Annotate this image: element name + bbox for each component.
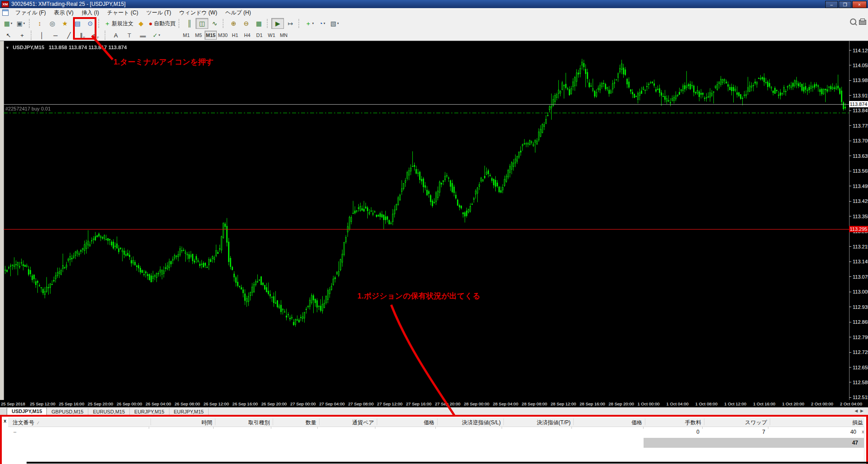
text-button[interactable]: A: [109, 31, 123, 40]
position-label: #22572417 buy 0.01: [5, 106, 50, 111]
price-tick-dash: [849, 186, 851, 186]
price-tick: 113.985: [849, 78, 868, 83]
tile-windows-button[interactable]: ▦: [252, 18, 265, 29]
menu-item[interactable]: ヘルプ (H): [221, 9, 255, 17]
auto-scroll-icon: ▶: [275, 20, 280, 27]
metaeditor-button[interactable]: ◆: [135, 18, 147, 29]
print-icon[interactable]: [859, 20, 866, 25]
close-button[interactable]: ×: [852, 1, 867, 8]
timeframe-mn-button[interactable]: MN: [278, 31, 290, 40]
column-separator: [503, 418, 504, 425]
price-tick-label: 113.005: [853, 289, 868, 294]
cursor-button[interactable]: ↖: [2, 31, 15, 40]
menu-item[interactable]: 表示 (V): [50, 9, 78, 17]
column-separator: [573, 418, 574, 425]
zoom-in-button[interactable]: ⊕: [227, 18, 240, 29]
menu-item[interactable]: ウィンドウ (W): [175, 9, 221, 17]
terminal-column-header[interactable]: 注文番号∕: [13, 419, 39, 427]
timeframe-m1-button[interactable]: M1: [180, 31, 192, 40]
timeframe-m15-button[interactable]: M15: [205, 31, 217, 40]
chart-tab-eurusd-m15[interactable]: EURUSD,M15: [88, 408, 130, 415]
periods-button[interactable]: ◔▾: [315, 18, 328, 29]
line-chart-button[interactable]: ∿: [208, 18, 221, 29]
price-tick-label: 112.935: [853, 304, 868, 310]
maximize-button[interactable]: ❐: [839, 1, 851, 8]
timeframe-h4-button[interactable]: H4: [241, 31, 253, 40]
dropdown-caret-icon: ▾: [337, 22, 339, 25]
price-tick: 113.005: [849, 289, 868, 295]
column-tick: [768, 427, 768, 429]
timeframe-d1-button[interactable]: D1: [253, 31, 265, 40]
terminal-column-header[interactable]: スワップ: [695, 419, 767, 427]
time-axis-label: 27 Sep 16:00: [406, 401, 432, 406]
terminal-close-button[interactable]: x: [4, 418, 6, 423]
price-tick-label: 114.125: [853, 48, 868, 53]
search-icon[interactable]: [850, 18, 856, 25]
time-axis-label: 1 Oct 08:00: [695, 401, 717, 406]
timeframe-h1-button[interactable]: H1: [229, 31, 241, 40]
menu-item[interactable]: 挿入 (I): [78, 9, 103, 17]
terminal-column-header[interactable]: 手数料: [629, 419, 701, 427]
indicators-button[interactable]: ＋▾: [303, 18, 315, 29]
terminal-column-header[interactable]: 損益: [791, 419, 863, 427]
total-profit-value: 47: [786, 440, 858, 446]
order-row-swap: 7: [693, 429, 765, 435]
price-tick: 113.915: [849, 92, 868, 98]
shapes-button[interactable]: ▬: [136, 31, 150, 40]
price-tick-label: 113.355: [853, 214, 868, 219]
price-tick-dash: [849, 80, 851, 81]
tab-bar-grip: [0, 409, 7, 415]
chart-shift-button[interactable]: ↦: [284, 18, 297, 29]
data-window-button[interactable]: ◎: [46, 18, 59, 29]
horizontal-line-button[interactable]: ─: [49, 31, 62, 40]
candlestick-button[interactable]: ◫: [196, 18, 208, 29]
terminal-column-header[interactable]: 価格: [362, 419, 434, 427]
profiles-button[interactable]: ▣▾: [14, 18, 27, 29]
navigator-button[interactable]: ★: [59, 18, 71, 29]
arrows-button[interactable]: ✓▾: [150, 31, 163, 40]
templates-button[interactable]: ▧▾: [328, 18, 341, 29]
auto-trading-icon: ●: [149, 20, 152, 27]
toolbar-separator: [223, 19, 225, 28]
timeframe-m5-button[interactable]: M5: [192, 31, 205, 40]
chart-tab-gbpusd-m15[interactable]: GBPUSD,M15: [47, 408, 88, 415]
toolbar-separator: [298, 19, 301, 28]
price-tick-label: 113.775: [853, 123, 868, 129]
market-watch-button[interactable]: ↕: [33, 18, 46, 29]
menu-item[interactable]: ツール (T): [142, 9, 175, 17]
chart-tab-usdjpy-m15[interactable]: USDJPY,M15: [7, 407, 47, 415]
auto-scroll-button[interactable]: ▶: [271, 18, 284, 29]
terminal-column-header[interactable]: 決済指値(T/P): [498, 419, 571, 427]
menu-item[interactable]: ファイル (F): [11, 9, 50, 17]
menu-item[interactable]: チャート (C): [103, 9, 142, 17]
auto-trading-button[interactable]: ●自動売買: [147, 18, 177, 29]
price-tick: 113.145: [849, 259, 868, 265]
column-separator: [377, 418, 377, 425]
chart-tab-eurjpy-m15[interactable]: EURJPY,M15: [169, 408, 209, 415]
column-tick: [271, 427, 271, 429]
vertical-line-icon: │: [40, 32, 44, 38]
timeframe-m30-button[interactable]: M30: [217, 31, 229, 40]
price-tick: 114.125: [849, 47, 868, 53]
text-label-button[interactable]: T: [123, 31, 136, 40]
zoom-out-button[interactable]: ⊖: [240, 18, 252, 29]
chart-tab-eurjpy-m15[interactable]: EURJPY,M15: [130, 408, 169, 415]
auto-trading-button-label: 自動売買: [154, 20, 175, 28]
candlestick-chart[interactable]: [4, 41, 849, 400]
price-tick-dash: [849, 397, 851, 398]
bar-chart-button[interactable]: ║: [183, 18, 196, 29]
tab-scroll-arrows[interactable]: ◀▶: [854, 409, 866, 413]
vertical-line-button[interactable]: │: [35, 31, 49, 40]
minimize-button[interactable]: –: [825, 1, 838, 8]
new-chart-button[interactable]: ▦▾: [2, 18, 14, 29]
price-tick-dash: [849, 141, 851, 141]
drawing-toolbar: ↖+│─╱∥E≡FAT▬✓▾M1M5M15M30H1H4D1W1MN: [0, 30, 868, 41]
terminal-column-header[interactable]: 決済逆指値(S/L): [429, 419, 501, 427]
crosshair-button[interactable]: +: [15, 31, 29, 40]
price-tick: 113.775: [849, 123, 868, 129]
app-logo-icon: XM: [1, 1, 9, 8]
new-order-button[interactable]: ＋新規注文: [103, 18, 135, 29]
timeframe-w1-button[interactable]: W1: [265, 31, 278, 40]
price-tick: 112.935: [849, 304, 868, 310]
navigator-icon: ★: [62, 20, 68, 27]
